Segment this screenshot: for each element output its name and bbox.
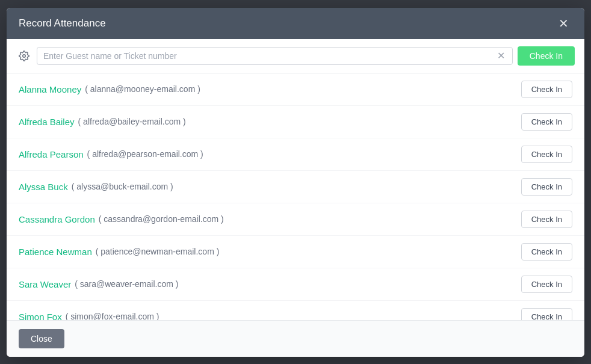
svg-point-0 [23, 54, 26, 57]
guest-row: Alanna Mooney( alanna@mooney-email.com )… [7, 73, 584, 106]
guest-row: Sara Weaver( sara@weaver-email.com )Chec… [7, 268, 584, 301]
row-check-in-button[interactable]: Check In [521, 211, 572, 228]
guest-row: Cassandra Gordon( cassandra@gordon-email… [7, 203, 584, 236]
guest-info: Alyssa Buck( alyssa@buck-email.com ) [19, 182, 173, 192]
main-check-in-button[interactable]: Check In [518, 46, 575, 66]
guest-name[interactable]: Alyssa Buck [19, 182, 68, 192]
guest-name[interactable]: Cassandra Gordon [19, 214, 95, 224]
guest-info: Patience Newman( patience@newman-email.c… [19, 247, 219, 257]
search-bar: ✕ Check In [7, 39, 584, 73]
row-check-in-button[interactable]: Check In [521, 308, 572, 320]
guest-name[interactable]: Sara Weaver [19, 279, 71, 289]
guest-info: Sara Weaver( sara@weaver-email.com ) [19, 279, 178, 289]
guest-name[interactable]: Alanna Mooney [19, 84, 81, 94]
record-attendance-modal: Record Attendance ✕ ✕ Check In Alanna Mo… [7, 8, 584, 357]
guest-row: Alfreda Bailey( alfreda@bailey-email.com… [7, 106, 584, 138]
search-input[interactable] [43, 51, 496, 61]
guest-email: ( cassandra@gordon-email.com ) [99, 214, 224, 224]
guest-email: ( alanna@mooney-email.com ) [85, 84, 200, 94]
guest-row: Simon Fox( simon@fox-email.com )Check In [7, 301, 584, 320]
guest-name[interactable]: Alfreda Bailey [19, 117, 75, 127]
close-button[interactable]: Close [19, 329, 64, 348]
row-check-in-button[interactable]: Check In [521, 113, 572, 131]
guest-email: ( sara@weaver-email.com ) [75, 279, 178, 289]
guest-info: Alanna Mooney( alanna@mooney-email.com ) [19, 84, 200, 94]
clear-search-button[interactable]: ✕ [496, 51, 506, 61]
gear-icon [19, 51, 29, 61]
gear-icon-button[interactable] [16, 48, 32, 64]
row-check-in-button[interactable]: Check In [521, 178, 572, 196]
guest-email: ( alfreda@bailey-email.com ) [78, 117, 186, 126]
search-input-container: ✕ [37, 47, 513, 65]
row-check-in-button[interactable]: Check In [521, 81, 572, 98]
guest-info: Cassandra Gordon( cassandra@gordon-email… [19, 214, 224, 224]
guest-email: ( alyssa@buck-email.com ) [72, 182, 173, 191]
modal-title: Record Attendance [19, 17, 106, 29]
guest-email: ( patience@newman-email.com ) [96, 247, 220, 256]
guest-email: ( alfreda@pearson-email.com ) [87, 149, 203, 159]
modal-close-icon-button[interactable]: ✕ [555, 16, 572, 31]
modal-footer: Close [7, 320, 584, 357]
guest-info: Simon Fox( simon@fox-email.com ) [19, 312, 159, 320]
guest-info: Alfreda Bailey( alfreda@bailey-email.com… [19, 117, 186, 127]
guest-info: Alfreda Pearson( alfreda@pearson-email.c… [19, 149, 203, 159]
row-check-in-button[interactable]: Check In [521, 146, 572, 163]
guest-name[interactable]: Alfreda Pearson [19, 149, 84, 159]
guest-row: Patience Newman( patience@newman-email.c… [7, 236, 584, 268]
modal-overlay: Record Attendance ✕ ✕ Check In Alanna Mo… [0, 0, 591, 364]
guest-row: Alfreda Pearson( alfreda@pearson-email.c… [7, 138, 584, 171]
guest-row: Alyssa Buck( alyssa@buck-email.com )Chec… [7, 171, 584, 203]
row-check-in-button[interactable]: Check In [521, 243, 572, 261]
guest-name[interactable]: Simon Fox [19, 312, 62, 320]
row-check-in-button[interactable]: Check In [521, 276, 572, 293]
modal-header: Record Attendance ✕ [7, 8, 584, 39]
guest-email: ( simon@fox-email.com ) [66, 312, 159, 320]
guest-name[interactable]: Patience Newman [19, 247, 92, 257]
guest-list: Alanna Mooney( alanna@mooney-email.com )… [7, 73, 584, 320]
